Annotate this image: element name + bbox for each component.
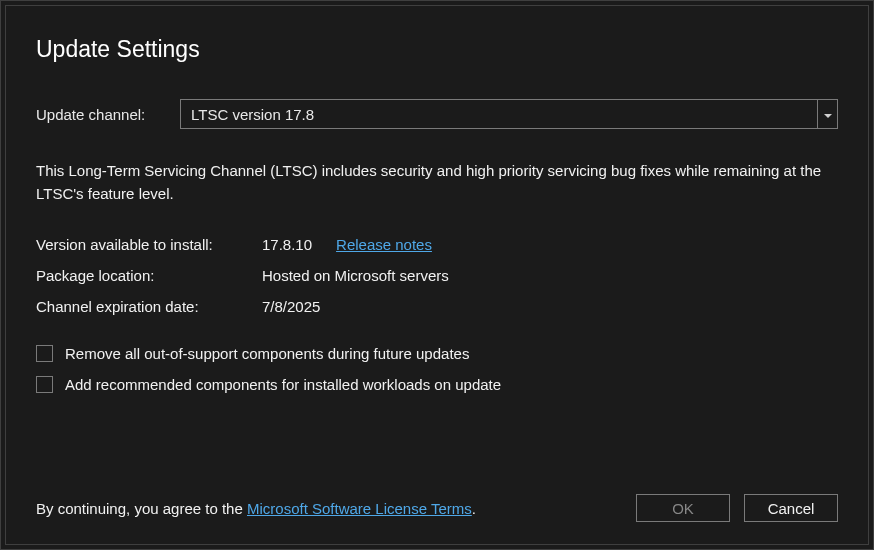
channel-select[interactable]: LTSC version 17.8 bbox=[180, 99, 838, 129]
remove-out-of-support-checkbox[interactable] bbox=[36, 345, 53, 362]
chevron-down-icon bbox=[824, 106, 832, 122]
dialog-inner: Update Settings Update channel: LTSC ver… bbox=[5, 5, 869, 545]
license-terms-link[interactable]: Microsoft Software License Terms bbox=[247, 500, 472, 517]
version-label: Version available to install: bbox=[36, 236, 262, 253]
spacer bbox=[36, 407, 838, 475]
footer: By continuing, you agree to the Microsof… bbox=[36, 494, 838, 522]
remove-checkbox-row: Remove all out-of-support components dur… bbox=[36, 345, 838, 362]
channel-description: This Long-Term Servicing Channel (LTSC) … bbox=[36, 159, 838, 206]
package-value: Hosted on Microsoft servers bbox=[262, 267, 838, 284]
terms-suffix: . bbox=[472, 500, 476, 517]
cancel-button[interactable]: Cancel bbox=[744, 494, 838, 522]
terms-prefix: By continuing, you agree to the bbox=[36, 500, 247, 517]
add-checkbox-label[interactable]: Add recommended components for installed… bbox=[65, 376, 501, 393]
channel-label: Update channel: bbox=[36, 106, 168, 123]
channel-select-value[interactable]: LTSC version 17.8 bbox=[180, 99, 818, 129]
channel-dropdown-button[interactable] bbox=[818, 99, 838, 129]
package-label: Package location: bbox=[36, 267, 262, 284]
remove-checkbox-label[interactable]: Remove all out-of-support components dur… bbox=[65, 345, 469, 362]
update-settings-dialog: Update Settings Update channel: LTSC ver… bbox=[0, 0, 874, 550]
release-notes-link[interactable]: Release notes bbox=[336, 236, 432, 253]
expiration-label: Channel expiration date: bbox=[36, 298, 262, 315]
version-value-row: 17.8.10 Release notes bbox=[262, 236, 838, 253]
expiration-value: 7/8/2025 bbox=[262, 298, 838, 315]
terms-text: By continuing, you agree to the Microsof… bbox=[36, 500, 476, 517]
footer-buttons: OK Cancel bbox=[636, 494, 838, 522]
version-value: 17.8.10 bbox=[262, 236, 312, 253]
ok-button[interactable]: OK bbox=[636, 494, 730, 522]
add-recommended-checkbox[interactable] bbox=[36, 376, 53, 393]
info-grid: Version available to install: 17.8.10 Re… bbox=[36, 236, 838, 315]
dialog-title: Update Settings bbox=[36, 36, 838, 63]
channel-row: Update channel: LTSC version 17.8 bbox=[36, 99, 838, 129]
add-checkbox-row: Add recommended components for installed… bbox=[36, 376, 838, 393]
